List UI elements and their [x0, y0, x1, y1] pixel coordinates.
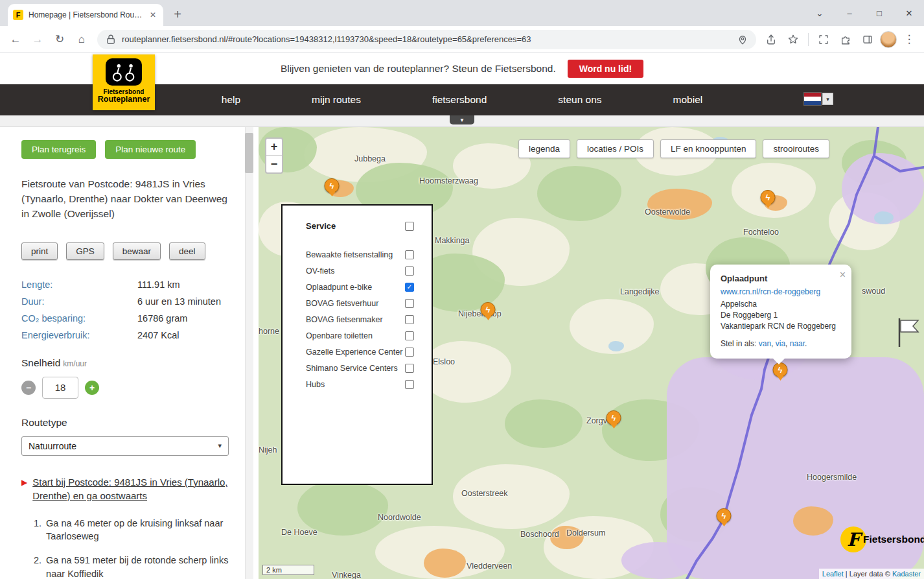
speed-decrease-button[interactable]: − [21, 381, 36, 395]
home-button[interactable]: ⌂ [71, 29, 92, 50]
service-item-checkbox[interactable] [405, 331, 414, 340]
maximize-button[interactable]: □ [864, 0, 894, 26]
service-item-checkbox[interactable]: ✓ [405, 283, 414, 292]
place-label: Hoornsterzwaag [419, 176, 478, 185]
share-button[interactable]: deel [169, 242, 205, 260]
stat-value: 16786 gram [137, 313, 187, 324]
locations-pois-button[interactable]: locaties / POIs [577, 139, 654, 158]
popup-website-link[interactable]: www.rcn.nl/rcn-de-roggeberg [721, 287, 841, 298]
service-item-checkbox[interactable] [405, 250, 414, 259]
new-tab-button[interactable]: + [168, 5, 187, 23]
nav-item-steun-ons[interactable]: steun ons [558, 94, 601, 106]
bolt-icon: ϟ [330, 181, 334, 191]
route-start-instruction[interactable]: ▶ Start bij Postcode: 9481JS in Vries (T… [21, 475, 229, 502]
browser-tab[interactable]: F Homepage | Fietsersbond Routep ✕ [8, 4, 163, 26]
tab-favicon-icon: F [13, 10, 23, 20]
popup-close-icon[interactable]: × [840, 268, 846, 282]
fietsersbond-routeplanner-logo[interactable]: Fietsersbond Routeplanner [93, 54, 155, 110]
speed-increase-button[interactable]: + [85, 381, 99, 395]
chevron-down-icon: ▾ [218, 442, 222, 450]
forward-button[interactable]: → [27, 29, 48, 50]
plan-new-route-button[interactable]: Plan nieuwe route [105, 140, 196, 159]
become-member-button[interactable]: Word nu lid! [568, 60, 643, 78]
close-button[interactable]: ✕ [894, 0, 924, 26]
direction-number: 2. [34, 554, 41, 579]
toolbar-right-icons: ⋮ [761, 29, 919, 50]
side-panel-icon[interactable] [858, 29, 877, 50]
reload-button[interactable]: ↻ [49, 29, 70, 50]
strooiroutes-button[interactable]: strooiroutes [763, 139, 829, 158]
bookmark-icon[interactable] [783, 29, 803, 50]
nav-item-fietsersbond[interactable]: fietsersbond [432, 94, 487, 106]
zoom-in-button[interactable]: + [266, 139, 282, 156]
plan-buttons-row: Plan terugreis Plan nieuwe route [21, 140, 229, 159]
speed-input[interactable] [42, 377, 78, 399]
minimize-button[interactable]: – [835, 0, 864, 26]
stat-value: 111.91 km [137, 279, 180, 290]
service-item-checkbox[interactable] [405, 348, 414, 357]
bolt-icon: ϟ [778, 365, 783, 375]
tab-title: Homepage | Fietsersbond Routep [29, 10, 143, 19]
tab-search-chevron-icon[interactable]: ⌄ [805, 0, 835, 26]
service-item: BOVAG fietsverhuur [283, 295, 432, 311]
charging-station-marker[interactable]: ϟ [717, 508, 732, 523]
collapse-header-handle[interactable]: ▼ [450, 115, 474, 124]
service-item-checkbox[interactable] [405, 299, 414, 308]
screenshot-icon[interactable] [814, 29, 833, 50]
service-filter-panel: Service Bewaakte fietsenstalling OV-fiet… [281, 204, 433, 485]
service-item-label: BOVAG fietsenmaker [306, 315, 383, 324]
place-label: Hoogersmilde [807, 473, 857, 482]
routetype-select[interactable]: Natuurroute ▾ [21, 436, 229, 456]
service-panel-title: Service [306, 221, 336, 231]
service-item-checkbox[interactable] [405, 364, 414, 373]
plan-return-trip-button[interactable]: Plan terugreis [21, 140, 96, 159]
set-as-from-link[interactable]: van [759, 339, 771, 348]
sidebar-scrollbar-thumb[interactable] [245, 133, 253, 173]
print-button[interactable]: print [21, 242, 58, 260]
language-flag-select[interactable]: ▾ [804, 93, 833, 105]
lf-knooppunten-button[interactable]: LF en knooppunten [660, 139, 756, 158]
legend-button[interactable]: legenda [518, 139, 570, 158]
kadaster-link[interactable]: Kadaster [892, 570, 921, 578]
charging-station-marker[interactable]: ϟ [761, 190, 776, 205]
save-button[interactable]: bewaar [113, 242, 161, 260]
share-icon[interactable] [761, 29, 781, 50]
nav-item-mobiel[interactable]: mobiel [673, 94, 703, 106]
service-item-label: Oplaadpunt e-bike [306, 283, 372, 292]
charging-station-marker[interactable]: ϟ [325, 178, 340, 193]
stat-energy: Energieverbruik:2407 Kcal [21, 330, 229, 340]
service-item-checkbox[interactable] [405, 315, 414, 324]
service-all-checkbox[interactable] [405, 222, 414, 231]
service-item-label: Openbare toiletten [306, 331, 373, 340]
direction-step[interactable]: 2. Ga na 591 meter bij de rotonde scherp… [34, 554, 229, 579]
gps-button[interactable]: GPS [66, 242, 104, 260]
route-map[interactable]: Jubbega Hoornsterzwaag Makkinga Oosterwo… [259, 127, 924, 579]
nav-item-mijn-routes[interactable]: mijn routes [312, 94, 361, 106]
place-label: Nijeh [259, 445, 277, 455]
service-item-checkbox[interactable] [405, 380, 414, 389]
leaflet-link[interactable]: Leaflet [822, 570, 844, 578]
route-end-flag-marker[interactable] [895, 317, 921, 348]
service-item: Bewaakte fietsenstalling [283, 246, 432, 263]
service-item-checkbox[interactable] [405, 266, 414, 276]
back-button[interactable]: ← [5, 29, 26, 50]
charging-station-marker[interactable]: ϟ [606, 410, 621, 425]
set-as-via-link[interactable]: via [776, 339, 785, 348]
zoom-out-button[interactable]: − [266, 156, 282, 172]
place-label: Oosterstreek [461, 489, 508, 498]
charging-station-marker[interactable]: ϟ [773, 362, 788, 377]
set-as-to-link[interactable]: naar [790, 339, 805, 348]
profile-avatar[interactable] [880, 31, 897, 48]
location-pin-icon[interactable] [737, 34, 748, 45]
extensions-icon[interactable] [836, 29, 855, 50]
service-item-label: BOVAG fietsverhuur [306, 299, 378, 308]
address-bar[interactable]: routeplanner.fietsersbond.nl/#route?loca… [97, 30, 756, 49]
sidebar-scrollbar-track[interactable] [245, 127, 253, 579]
tab-close-icon[interactable]: ✕ [148, 10, 158, 19]
direction-step[interactable]: 1. Ga na 46 meter op de kruising linksaf… [34, 517, 229, 543]
browser-menu-icon[interactable]: ⋮ [899, 29, 919, 50]
nav-item-help[interactable]: help [222, 94, 240, 106]
charging-station-marker[interactable]: ϟ [481, 302, 496, 317]
stat-value: 6 uur en 13 minuten [137, 296, 221, 307]
stat-label: CO₂ besparing: [21, 313, 137, 324]
